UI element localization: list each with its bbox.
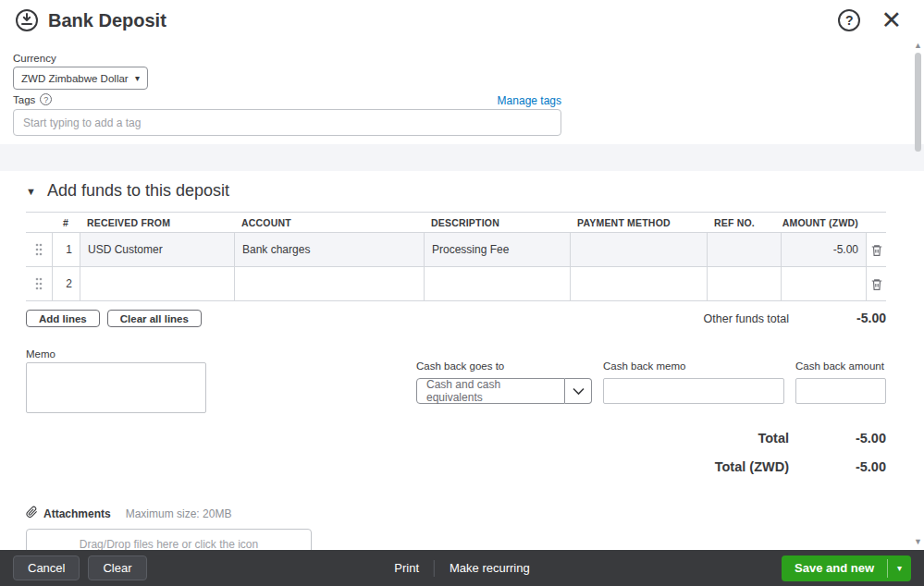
col-account: ACCOUNT: [234, 213, 424, 232]
table-header-row: # RECEIVED FROM ACCOUNT DESCRIPTION PAYM…: [26, 212, 886, 233]
total-label: Total: [758, 431, 789, 446]
currency-select[interactable]: ZWD Zimbabwe Dollar ▾: [13, 67, 148, 90]
collapse-section-icon[interactable]: ▼: [26, 186, 36, 197]
other-funds-total-label: Other funds total: [704, 312, 789, 325]
col-payment-method: PAYMENT METHOD: [570, 213, 707, 232]
row-number: 2: [52, 267, 80, 300]
save-and-new-label[interactable]: Save and new: [782, 555, 887, 581]
scroll-down-icon[interactable]: ▼: [914, 537, 922, 546]
cell-amount[interactable]: -5.00: [781, 233, 866, 266]
delete-row-icon[interactable]: [870, 277, 883, 291]
tags-input[interactable]: [13, 109, 561, 136]
table-row: 1 USD Customer Bank charges Processing F…: [26, 233, 886, 267]
cell-account[interactable]: Bank charges: [234, 233, 424, 266]
total-zwd-value: -5.00: [789, 459, 886, 474]
cell-received-from[interactable]: [80, 267, 234, 300]
tags-info-icon[interactable]: ?: [40, 93, 52, 105]
cash-back-amount-label: Cash back amount: [795, 360, 884, 372]
tags-label: Tags: [13, 94, 35, 105]
paperclip-icon: [26, 506, 38, 522]
footer-bar: Cancel Clear Print Make recurring Save a…: [0, 550, 924, 586]
print-button[interactable]: Print: [394, 561, 419, 575]
deposit-lines-table: # RECEIVED FROM ACCOUNT DESCRIPTION PAYM…: [26, 212, 886, 301]
clear-all-lines-button[interactable]: Clear all lines: [107, 310, 202, 327]
chevron-down-icon[interactable]: ▾: [888, 555, 911, 581]
cell-received-from[interactable]: USD Customer: [80, 233, 234, 266]
bank-deposit-window: Bank Deposit ? ✕ Currency ZWD Zimbabwe D…: [0, 0, 924, 586]
cell-ref-no[interactable]: [707, 233, 781, 266]
close-icon[interactable]: ✕: [881, 8, 902, 33]
header: Bank Deposit ? ✕: [0, 0, 924, 41]
attachments-label: Attachments: [43, 507, 111, 520]
trash-column-header: [866, 213, 886, 232]
cell-ref-no[interactable]: [707, 267, 781, 300]
section-title: Add funds to this deposit: [47, 181, 229, 201]
memo-input[interactable]: [26, 362, 206, 413]
bank-deposit-icon: [15, 8, 39, 32]
caret-down-icon: ▾: [135, 73, 140, 83]
cell-payment-method[interactable]: [570, 267, 707, 300]
clear-button[interactable]: Clear: [88, 555, 146, 580]
cash-back-memo-input[interactable]: [603, 378, 784, 404]
make-recurring-button[interactable]: Make recurring: [450, 561, 530, 575]
cash-back-amount-input[interactable]: [795, 378, 886, 404]
total-zwd-label: Total (ZWD): [715, 459, 789, 474]
col-description: DESCRIPTION: [424, 213, 570, 232]
total-value: -5.00: [789, 431, 886, 446]
cash-back-goes-to-label: Cash back goes to: [416, 360, 504, 372]
footer-divider: [434, 560, 435, 577]
cash-back-goes-to-value: Cash and cash equivalents: [416, 378, 565, 404]
chevron-down-icon[interactable]: [565, 378, 592, 404]
currency-label: Currency: [13, 53, 56, 64]
other-funds-total-value: -5.00: [789, 311, 886, 325]
cell-account[interactable]: [234, 267, 424, 300]
cash-back-memo-label: Cash back memo: [603, 360, 685, 372]
delete-row-icon[interactable]: [870, 243, 883, 257]
cancel-button[interactable]: Cancel: [13, 555, 80, 580]
cell-amount[interactable]: [781, 267, 866, 300]
cell-description[interactable]: [424, 267, 570, 300]
memo-label: Memo: [26, 348, 55, 360]
page-title: Bank Deposit: [48, 10, 166, 31]
drag-column-header: [26, 213, 52, 232]
add-lines-button[interactable]: Add lines: [26, 310, 100, 327]
attachments-max-size: Maximum size: 20MB: [126, 507, 232, 520]
cell-description[interactable]: Processing Fee: [424, 233, 570, 266]
drag-handle-icon[interactable]: [35, 243, 43, 256]
col-amount: AMOUNT (ZWD): [781, 213, 866, 232]
cash-back-goes-to-select[interactable]: Cash and cash equivalents: [416, 378, 592, 404]
save-and-new-button[interactable]: Save and new ▾: [782, 555, 911, 581]
currency-select-value: ZWD Zimbabwe Dollar: [21, 73, 129, 84]
help-icon[interactable]: ?: [838, 9, 860, 31]
cell-payment-method[interactable]: [570, 233, 707, 266]
row-number: 1: [52, 233, 80, 266]
drag-handle-icon[interactable]: [35, 277, 43, 290]
col-ref-no: REF NO.: [707, 213, 781, 232]
scrollbar-thumb[interactable]: [915, 53, 921, 152]
scroll-up-icon[interactable]: ▲: [914, 41, 922, 50]
col-received-from: RECEIVED FROM: [80, 213, 234, 232]
col-num: #: [52, 213, 80, 232]
section-divider: [0, 144, 924, 171]
table-row: 2: [26, 267, 886, 301]
manage-tags-link[interactable]: Manage tags: [498, 94, 561, 107]
